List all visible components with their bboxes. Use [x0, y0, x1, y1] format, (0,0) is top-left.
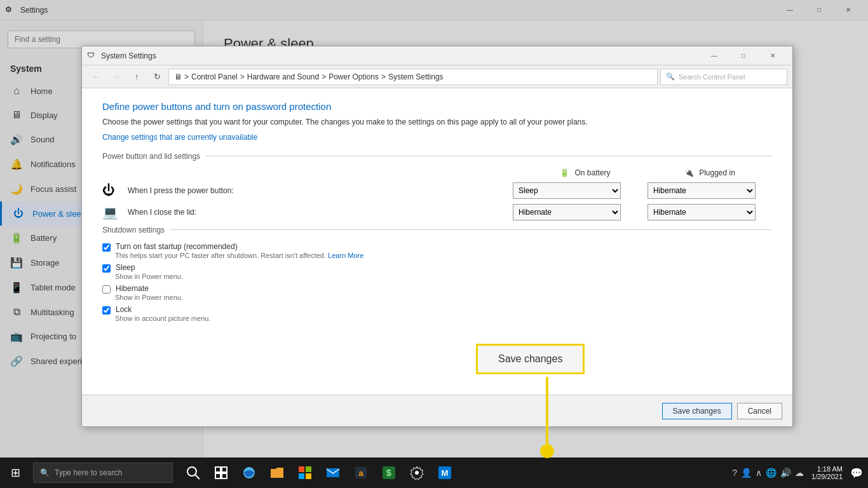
svg-rect-11	[327, 468, 339, 477]
lock-label[interactable]: Lock	[102, 305, 772, 315]
svg-text:a: a	[358, 468, 363, 478]
power-battery-select[interactable]: Sleep Hibernate Shut down Do nothing	[513, 182, 621, 199]
dialog-title: System Settings	[101, 51, 700, 60]
taskbar-icon-outlook[interactable]: M	[432, 458, 458, 488]
onedrive-icon[interactable]: ☁	[795, 468, 804, 478]
addr-power-options: Power Options	[329, 72, 379, 81]
taskbar-clock[interactable]: 1:18 AM 1/29/2021	[806, 465, 848, 480]
hibernate-checkbox[interactable]	[102, 285, 111, 294]
svg-rect-10	[306, 473, 311, 479]
lid-battery-select[interactable]: Hibernate Sleep Shut down Do nothing	[513, 204, 621, 220]
lid-plugged-select-wrap: Hibernate Sleep Shut down Do nothing	[648, 204, 762, 220]
dialog-app-icon: 🛡	[87, 51, 97, 61]
address-box[interactable]: 🖥 > Control Panel > Hardware and Sound >…	[168, 69, 658, 85]
network-icon[interactable]: 🌐	[766, 468, 776, 478]
svg-rect-9	[299, 473, 304, 479]
taskbar-icon-edge[interactable]	[236, 458, 262, 488]
save-changes-button[interactable]: Save changes	[662, 403, 732, 419]
nav-back-button[interactable]: ←	[87, 69, 105, 85]
dialog-window-controls: — □ ✕	[700, 46, 787, 65]
battery-col-icon: 🔋	[560, 168, 569, 177]
taskbar-icon-currency[interactable]: $	[376, 458, 402, 488]
hibernate-sub: Show in Power menu.	[115, 294, 772, 301]
taskbar-right: ? 👤 ∧ 🌐 🔊 ☁ 1:18 AM 1/29/2021 💬	[732, 465, 868, 480]
taskbar-system-icons: ? 👤 ∧ 🌐 🔊 ☁	[732, 468, 804, 478]
taskbar-icon-files[interactable]	[264, 458, 290, 488]
control-panel-search[interactable]: 🔍 Search Control Panel	[660, 69, 787, 85]
start-button[interactable]: ⊞	[0, 458, 31, 488]
save-annotation-box: Save changes	[476, 344, 585, 374]
volume-icon[interactable]: 🔊	[780, 468, 791, 478]
addr-sep4: >	[381, 72, 386, 81]
hibernate-label[interactable]: Hibernate	[102, 284, 772, 294]
dialog-titlebar: 🛡 System Settings — □ ✕	[82, 46, 792, 65]
help-icon[interactable]: ?	[732, 468, 737, 478]
lid-close-row: 💻 When I close the lid: Hibernate Sleep …	[102, 204, 772, 220]
clock-date: 1/29/2021	[811, 473, 843, 480]
addr-sep1: >	[184, 72, 189, 81]
svg-rect-4	[215, 473, 220, 478]
chevron-up-icon[interactable]: ∧	[756, 468, 762, 478]
lid-icon: 💻	[102, 205, 123, 220]
lock-checkbox[interactable]	[102, 306, 111, 315]
taskbar-icon-mail[interactable]	[320, 458, 346, 488]
power-section-label: Power button and lid settings	[102, 152, 200, 161]
svg-point-16	[415, 471, 419, 475]
faststart-checkbox[interactable]	[102, 243, 111, 252]
plugged-column-header: 🔌 Plugged in	[653, 168, 767, 177]
search-placeholder: Search Control Panel	[679, 73, 745, 81]
battery-column-header: 🔋 On battery	[528, 168, 642, 177]
power-button-row: ⏻ When I press the power button: Sleep H…	[102, 182, 772, 199]
nav-forward-button[interactable]: →	[107, 69, 125, 85]
shutdown-section-text: Shutdown settings	[102, 226, 165, 234]
svg-rect-8	[306, 466, 311, 472]
dialog-content: Define power buttons and turn on passwor…	[82, 88, 792, 395]
dialog-maximize-button[interactable]: □	[729, 46, 758, 65]
faststart-text: Turn on fast startup (recommended)	[116, 242, 238, 251]
taskbar-icon-store[interactable]	[292, 458, 318, 488]
power-section-divider: Power button and lid settings	[102, 152, 772, 161]
plugged-col-icon: 🔌	[684, 168, 694, 177]
sleep-text: Sleep	[116, 263, 135, 272]
refresh-button[interactable]: ↻	[148, 69, 166, 85]
taskbar-icon-settings[interactable]	[404, 458, 430, 488]
taskbar-search-icon: 🔍	[40, 468, 50, 477]
faststart-checkbox-item: Turn on fast startup (recommended) This …	[102, 242, 772, 259]
dialog-header-title: Define power buttons and turn on passwor…	[102, 101, 772, 112]
sleep-label[interactable]: Sleep	[102, 263, 772, 273]
svg-text:M: M	[442, 468, 449, 478]
clock-time: 1:18 AM	[811, 465, 843, 473]
dialog-addressbar: ← → ↑ ↻ 🖥 > Control Panel > Hardware and…	[82, 65, 792, 88]
nav-up-button[interactable]: ↑	[128, 69, 146, 85]
dialog-close-button[interactable]: ✕	[758, 46, 787, 65]
sleep-checkbox[interactable]	[102, 264, 111, 273]
people-icon[interactable]: 👤	[741, 468, 752, 478]
system-settings-dialog: 🛡 System Settings — □ ✕ ← → ↑ ↻ 🖥 > Cont…	[81, 46, 793, 427]
notification-icon[interactable]: 💬	[850, 467, 863, 479]
lid-battery-select-wrap: Hibernate Sleep Shut down Do nothing	[513, 204, 627, 220]
taskbar-icon-amazon[interactable]: a	[348, 458, 374, 488]
taskbar-search[interactable]: 🔍 Type here to search	[33, 463, 173, 483]
faststart-label[interactable]: Turn on fast startup (recommended)	[102, 242, 772, 252]
svg-text:$: $	[386, 468, 391, 478]
hibernate-checkbox-item: Hibernate Show in Power menu.	[102, 284, 772, 301]
change-settings-link[interactable]: Change settings that are currently unava…	[102, 133, 257, 142]
lock-sub: Show in account picture menu.	[115, 315, 772, 322]
lid-plugged-select[interactable]: Hibernate Sleep Shut down Do nothing	[648, 204, 756, 220]
taskbar-search-placeholder: Type here to search	[55, 468, 122, 477]
taskbar: ⊞ 🔍 Type here to search a $	[0, 458, 868, 488]
dialog-minimize-button[interactable]: —	[700, 46, 729, 65]
save-annotation-text: Save changes	[498, 353, 562, 364]
dialog-footer: Save changes Cancel	[82, 395, 792, 426]
svg-rect-2	[215, 467, 220, 472]
power-plugged-select[interactable]: Hibernate Sleep Shut down Do nothing	[648, 182, 756, 199]
taskbar-icon-task[interactable]	[208, 458, 234, 488]
power-plugged-select-wrap: Hibernate Sleep Shut down Do nothing	[648, 182, 762, 199]
taskbar-icon-search[interactable]	[180, 458, 206, 488]
power-button-label: When I press the power button:	[128, 186, 513, 195]
addr-sep2: >	[240, 72, 245, 81]
power-button-icon: ⏻	[102, 183, 123, 198]
learn-more-link[interactable]: Learn More	[328, 252, 363, 259]
addr-icon: 🖥	[174, 72, 182, 81]
cancel-button[interactable]: Cancel	[737, 403, 782, 419]
